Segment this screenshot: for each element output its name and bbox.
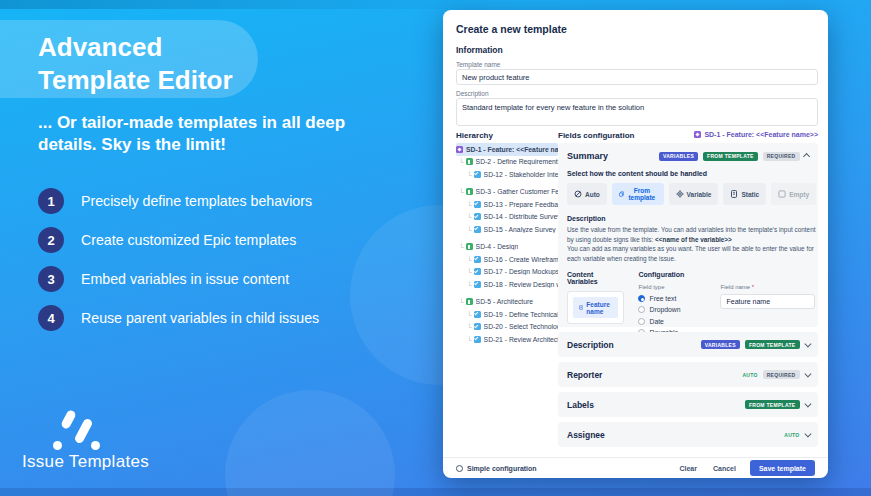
summary-badges: VARIABLES FROM TEMPLATE REQUIRED [659, 152, 809, 161]
auto-badge: AUTO [742, 370, 757, 379]
option-variable[interactable]: Variable [669, 183, 719, 205]
tree-item-label: SD-14 - Distribute Survey [484, 213, 558, 220]
hierarchy-heading: Hierarchy [456, 131, 493, 140]
description-text-part2: You can add as many variables as you wan… [567, 244, 817, 263]
tree-item-label: SD-12 - Stakeholder Intervi... [484, 171, 558, 178]
tree-connector [459, 298, 464, 305]
chevron-down-icon[interactable] [804, 371, 810, 377]
tree-item[interactable]: SD-18 - Review Design with ... [456, 278, 558, 291]
tree-connector [467, 201, 472, 208]
issue-type-icon [466, 243, 473, 250]
top-shade-band [0, 0, 871, 9]
variables-badge: VARIABLES [659, 152, 698, 161]
title-ribbon: Advanced Template Editor [0, 20, 258, 98]
section-labels[interactable]: Labels FROM TEMPLATE [558, 392, 818, 417]
option-description-heading: Description [567, 215, 809, 222]
template-name-label: Template name [456, 61, 500, 68]
option-from-template[interactable]: From template [612, 183, 664, 205]
radio-dropdown[interactable]: Dropdown [638, 306, 710, 313]
bottom-shade-band [0, 488, 871, 496]
tree-item[interactable]: SD-4 - Design [456, 241, 558, 254]
context-issue: SD-1 - Feature: <<Feature name>> [694, 131, 818, 138]
tree-connector [467, 336, 472, 343]
section-reporter[interactable]: Reporter AUTO REQUIRED [558, 362, 818, 387]
from-template-badge: FROM TEMPLATE [745, 340, 800, 349]
description-input[interactable]: Standard template for every new feature … [456, 98, 818, 126]
tree-item[interactable]: SD-5 - Architecture [456, 296, 558, 309]
radio-date[interactable]: Date [638, 318, 710, 325]
option-static[interactable]: Static [723, 183, 766, 205]
save-template-button[interactable]: Save template [750, 460, 815, 476]
from-template-badge: FROM TEMPLATE [703, 152, 758, 161]
tree-connector [459, 243, 464, 250]
radio-dot [638, 318, 645, 325]
cancel-button[interactable]: Cancel [713, 465, 736, 472]
tree-item-label: SD-20 - Select Technology S... [484, 323, 558, 330]
tree-connector [467, 256, 472, 263]
feature-number-badge: 2 [38, 227, 64, 253]
toggle-icon [456, 465, 463, 472]
create-template-dialog: Create a new template Information Templa… [443, 10, 828, 478]
tree-item[interactable]: SD-1 - Feature: <<Feature name... [456, 143, 558, 156]
feature-number-badge: 3 [38, 266, 64, 292]
feature-number-badge: 1 [38, 188, 64, 214]
tree-item[interactable]: SD-14 - Distribute Survey [456, 211, 558, 224]
chevron-down-icon[interactable] [804, 431, 810, 437]
variable-chip[interactable]: Feature name [573, 297, 618, 318]
tree-item-label: SD-2 - Define Requirements [476, 158, 558, 165]
tree-item[interactable]: SD-12 - Stakeholder Intervi... [456, 168, 558, 181]
content-handling-options: Auto From template Variable Static Empty [567, 183, 809, 205]
field-name-input[interactable] [720, 294, 815, 309]
feature-item: 1 Precisely define templates behaviors [38, 188, 319, 214]
radio-label: Dropdown [649, 306, 680, 313]
page-title: Advanced Template Editor [0, 20, 258, 96]
tree-item[interactable]: SD-20 - Select Technology S... [456, 321, 558, 334]
option-auto[interactable]: Auto [567, 183, 607, 205]
variables-badge: VARIABLES [701, 340, 740, 349]
tree-item-label: SD-5 - Architecture [476, 298, 533, 305]
tree-item[interactable]: SD-16 - Create Wireframes [456, 253, 558, 266]
section-description[interactable]: Description VARIABLES FROM TEMPLATE [558, 332, 818, 357]
tree-item-label: SD-18 - Review Design with ... [484, 281, 558, 288]
tree-item[interactable]: SD-3 - Gather Customer Feedb... [456, 186, 558, 199]
tree-item[interactable]: SD-2 - Define Requirements [456, 156, 558, 169]
feature-number-badge: 4 [38, 305, 64, 331]
option-empty[interactable]: Empty [771, 183, 816, 205]
simple-configuration-toggle[interactable]: Simple configuration [456, 465, 537, 472]
issue-templates-logo-icon [52, 410, 102, 454]
chevron-down-icon[interactable] [804, 341, 810, 347]
tree-item-label: SD-21 - Review Architectur... [484, 336, 558, 343]
description-label: Description [456, 90, 489, 97]
tree-connector [467, 323, 472, 330]
tree-connector [467, 311, 472, 318]
tree-item[interactable]: SD-17 - Design Mockups [456, 266, 558, 279]
required-badge: REQUIRED [763, 370, 800, 379]
from-template-badge: FROM TEMPLATE [745, 400, 800, 409]
decor-circle [225, 390, 395, 496]
tree-item[interactable]: SD-19 - Define Technical Sp... [456, 308, 558, 321]
issue-type-icon [466, 188, 473, 195]
tree-connector [467, 213, 472, 220]
tree-item[interactable]: SD-13 - Prepare Feedback S... [456, 198, 558, 211]
feature-text: Embed variables in issue content [81, 271, 289, 287]
issue-type-icon [474, 268, 481, 275]
clear-button[interactable]: Clear [679, 465, 697, 472]
section-assignee[interactable]: Assignee AUTO [558, 422, 818, 447]
issue-type-icon [466, 298, 473, 305]
chevron-down-icon[interactable] [804, 401, 810, 407]
radio-dot [638, 306, 645, 313]
page-title-line2: Template Editor [38, 64, 258, 97]
tree-item[interactable]: SD-15 - Analyze Survey Res... [456, 223, 558, 236]
variable-icon [579, 304, 583, 311]
tree-item-label: SD-1 - Feature: <<Feature name... [466, 146, 558, 153]
tree-item[interactable]: SD-21 - Review Architectur... [456, 333, 558, 346]
tree-item-label: SD-3 - Gather Customer Feedb... [476, 188, 558, 195]
issue-type-icon [474, 256, 481, 263]
field-type-label: Field type [638, 284, 710, 290]
content-handling-label: Select how the content should be handled [567, 170, 809, 177]
chevron-up-icon[interactable] [803, 154, 809, 160]
radio-free-text[interactable]: Free text [638, 295, 710, 302]
template-name-input[interactable] [456, 69, 818, 85]
option-description-text: Use the value from the template. You can… [567, 225, 817, 263]
required-asterisk: * [752, 284, 754, 290]
